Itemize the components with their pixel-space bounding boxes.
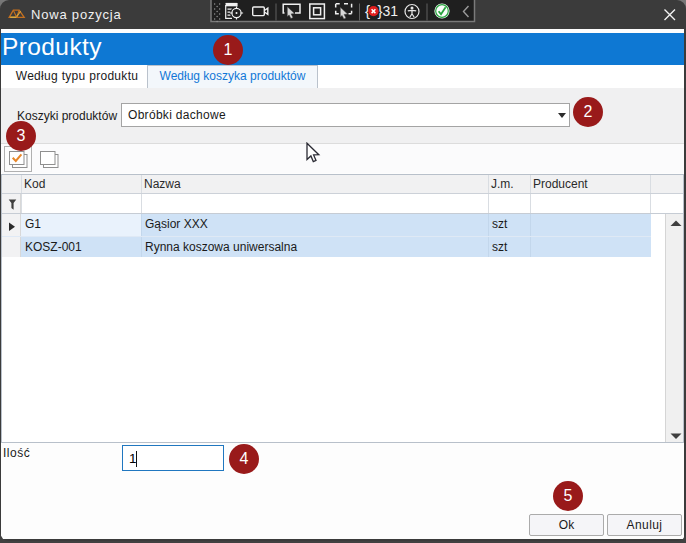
svg-text:31: 31 <box>383 3 399 19</box>
